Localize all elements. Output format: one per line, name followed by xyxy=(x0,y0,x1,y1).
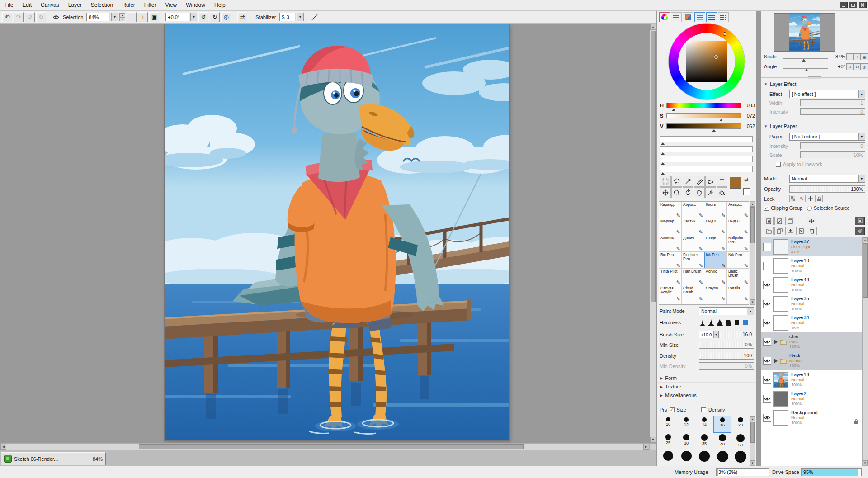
layer-row[interactable]: Layer16 Normal 100% xyxy=(761,370,862,389)
stabilizer-field[interactable]: S-3 xyxy=(279,13,296,21)
size-preset[interactable] xyxy=(677,450,695,466)
brush-item[interactable]: Bic Pen ✎ xyxy=(659,252,682,269)
color-wheel-tab[interactable] xyxy=(659,12,670,22)
layer-row[interactable]: Back Normal 100% xyxy=(761,351,862,370)
menu-item[interactable]: File xyxy=(0,0,18,10)
layer-row[interactable]: Layer2 Normal 100% xyxy=(761,389,862,408)
brush-item[interactable]: Каранд. ✎ xyxy=(659,202,682,218)
layer-row[interactable]: Layer46 Normal 100% xyxy=(761,275,862,294)
layer-row[interactable]: Layer10 Normal 100% xyxy=(761,256,862,275)
folder-expander-icon[interactable] xyxy=(774,340,778,344)
brush-item[interactable]: Hair Brush ✎ xyxy=(682,269,704,285)
new-paper-button[interactable] xyxy=(785,217,795,225)
panel-option-button-1[interactable] xyxy=(855,217,865,225)
folder-expander-icon[interactable] xyxy=(774,359,778,363)
selection-source-radio[interactable] xyxy=(807,206,812,211)
section-header[interactable]: ▶ Miscellaneous xyxy=(657,391,756,399)
mixer-slider-1[interactable] xyxy=(660,136,753,142)
brush-item[interactable]: Аквар... ✎ xyxy=(727,202,749,218)
slider-panel-tab[interactable] xyxy=(694,12,705,22)
stroke-style-icon[interactable] xyxy=(311,14,318,21)
apply-to-linework-checkbox[interactable] xyxy=(776,162,781,167)
min-size-bar[interactable]: 0% xyxy=(699,341,754,349)
rotation-dropdown-button[interactable]: ▾ xyxy=(190,13,197,21)
hardness-hard-icon[interactable] xyxy=(725,319,732,326)
navigator-preview[interactable] xyxy=(774,13,835,52)
brush-item[interactable]: Двоич... ✎ xyxy=(682,235,704,252)
rotation-field[interactable]: +0.0° xyxy=(165,13,189,21)
document-tab[interactable]: Sketch 06-Render... 84% xyxy=(1,452,106,465)
zoom-out-button[interactable]: − xyxy=(127,12,137,22)
primary-color-swatch[interactable] xyxy=(730,177,741,189)
zoom-in-button[interactable]: + xyxy=(138,12,148,22)
rotate-canvas-tool[interactable] xyxy=(683,187,693,198)
nav-angle-slider[interactable] xyxy=(783,64,828,72)
menu-item[interactable]: Help xyxy=(210,0,230,10)
menu-item[interactable]: Filter xyxy=(140,0,161,10)
mixer-panel-tab[interactable] xyxy=(706,12,717,22)
size-preset[interactable]: 35 xyxy=(695,433,713,450)
flip-horizontal-button[interactable]: ⇄ xyxy=(237,12,247,22)
text-tool[interactable] xyxy=(717,176,727,187)
brush-item[interactable]: Ластик ✎ xyxy=(682,218,704,235)
minimize-button[interactable] xyxy=(840,2,848,8)
maximize-button[interactable] xyxy=(849,2,857,8)
brush-item[interactable]: Гради... ✎ xyxy=(704,235,727,252)
layer-row[interactable]: Background Normal 100% xyxy=(761,408,862,427)
layer-visibility-toggle[interactable] xyxy=(763,262,771,270)
history-back-button[interactable]: ↺ xyxy=(25,12,35,22)
layer-effect-header[interactable]: ▼ Layer Effect xyxy=(764,81,796,87)
size-preset[interactable]: 10 xyxy=(659,416,677,433)
brush-item[interactable]: Details ✎ xyxy=(727,285,749,302)
scroll-up-icon[interactable]: ▲ xyxy=(650,24,656,30)
lock-pixels-button[interactable]: ✎ xyxy=(798,195,806,202)
mixer-slider-2[interactable] xyxy=(660,146,753,152)
layer-visibility-toggle[interactable] xyxy=(763,300,771,308)
brush-item[interactable]: Tinta Pilot ✎ xyxy=(659,269,682,285)
hand-tool[interactable] xyxy=(694,187,705,198)
menu-item[interactable]: Canvas xyxy=(36,0,64,10)
brush-item[interactable]: Ink Pen ✎ xyxy=(704,252,727,269)
brush-item[interactable]: Fineliner Pen ✎ xyxy=(682,252,704,269)
layer-visibility-toggle[interactable] xyxy=(763,414,771,422)
brush-item[interactable]: Cloud Brush ✎ xyxy=(682,285,704,302)
section-header[interactable]: ▶ Texture xyxy=(657,382,756,391)
size-preset[interactable]: 16 xyxy=(713,416,731,433)
magic-wand-tool[interactable] xyxy=(683,176,693,187)
rotate-cw-button[interactable]: ↻ xyxy=(210,12,220,22)
nav-rotate-reset-button[interactable]: ◎ xyxy=(861,63,868,70)
layer-visibility-toggle[interactable] xyxy=(763,376,771,384)
lock-all-button[interactable] xyxy=(815,195,823,202)
scroll-left-icon[interactable]: ◀ xyxy=(0,444,6,450)
mixer-slider-3[interactable] xyxy=(660,156,753,162)
hardness-softest-icon[interactable] xyxy=(699,319,706,326)
size-preset[interactable] xyxy=(713,450,731,466)
lasso-tool[interactable] xyxy=(671,176,682,187)
hardness-selected-icon[interactable] xyxy=(742,319,749,326)
effect-dropdown[interactable]: [ No effect ] ▾ xyxy=(789,90,865,98)
mixer-slider-4[interactable] xyxy=(660,166,753,172)
transform-button[interactable] xyxy=(807,217,816,225)
brush-item[interactable]: ✎ xyxy=(682,302,704,305)
hardness-soft-icon[interactable] xyxy=(708,319,715,326)
canvas-viewport[interactable] xyxy=(0,24,650,443)
panel-option-button-2[interactable] xyxy=(855,227,865,235)
scroll-right-icon[interactable]: ▶ xyxy=(643,444,649,450)
canvas-document[interactable] xyxy=(165,24,509,440)
new-layer-button[interactable] xyxy=(764,217,774,225)
brush-size-bar[interactable]: 16.0 xyxy=(720,331,754,338)
hscroll-thumb[interactable] xyxy=(139,444,524,449)
layer-row[interactable]: Layer35 Normal 100% xyxy=(761,294,862,313)
size-preset[interactable]: 30 xyxy=(677,433,695,450)
nav-zoom-in-button[interactable]: + xyxy=(854,53,861,60)
vscroll-thumb[interactable] xyxy=(651,31,656,302)
density-bar[interactable]: 100 xyxy=(699,352,754,360)
layer-visibility-toggle[interactable] xyxy=(763,319,771,327)
prs-size-checkbox[interactable]: ✓ xyxy=(670,407,675,412)
brush-item[interactable]: Выд.Л. ✎ xyxy=(727,218,749,235)
hardness-medium-icon[interactable] xyxy=(716,319,723,326)
saturation-value-square[interactable] xyxy=(686,41,727,82)
brush-item[interactable]: Nib Pen ✎ xyxy=(727,252,749,269)
rotate-ccw-button[interactable]: ↺ xyxy=(198,12,208,22)
selection-eraser-tool[interactable] xyxy=(705,176,716,187)
